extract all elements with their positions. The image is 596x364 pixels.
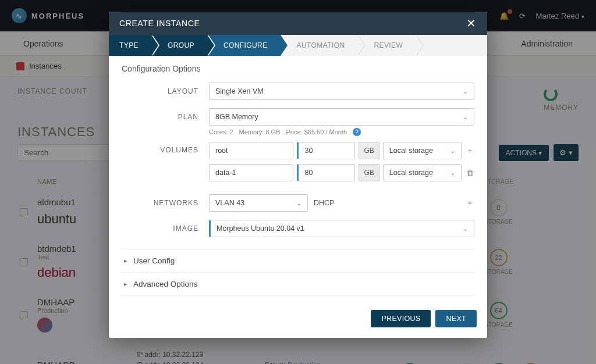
network-mode: DHCP [314, 199, 334, 207]
help-icon[interactable]: ? [353, 128, 361, 136]
volumes-label: VOLUMES [122, 142, 209, 154]
volume-unit: GB [359, 164, 379, 181]
plan-select[interactable]: 8GB Memory ⌄ [209, 108, 474, 126]
step-type[interactable]: TYPE [109, 35, 151, 56]
image-label: IMAGE [122, 224, 209, 233]
volume-name-input[interactable] [209, 142, 293, 159]
delete-volume-icon[interactable]: 🗑 [465, 169, 474, 177]
add-network-icon[interactable]: ＋ [465, 198, 474, 208]
chevron-down-icon: ⌄ [463, 225, 468, 233]
network-select[interactable]: VLAN 43 ⌄ [209, 194, 308, 212]
volume-name-input[interactable] [209, 164, 293, 181]
volume-size-input[interactable] [297, 164, 355, 181]
modal-title: CREATE INSTANCE [119, 19, 200, 28]
chevron-down-icon: ⌄ [450, 147, 455, 155]
volume-unit: GB [359, 142, 379, 159]
section-title: Configuration Options [122, 64, 474, 73]
layout-select[interactable]: Single Xen VM ⌄ [209, 83, 474, 100]
volume-store-select[interactable]: Local storage ⌄ [383, 142, 462, 159]
step-review[interactable]: REVIEW [357, 35, 416, 56]
step-group[interactable]: GROUP [151, 35, 207, 56]
image-select[interactable]: Morpheus Ubuntu 20.04 v1 ⌄ [209, 220, 474, 237]
plan-help: Cores: 2 Memory: 8 GB Price: $65.50 / Mo… [209, 128, 474, 136]
modal-overlay: CREATE INSTANCE ✕ TYPE GROUP CONFIGURE A… [0, 0, 596, 364]
step-configure[interactable]: CONFIGURE [207, 35, 281, 56]
create-instance-modal: CREATE INSTANCE ✕ TYPE GROUP CONFIGURE A… [109, 12, 487, 338]
volume-store-select[interactable]: Local storage ⌄ [383, 164, 462, 181]
networks-label: NETWORKS [122, 199, 209, 207]
volume-row: GB Local storage ⌄ 🗑 [209, 164, 474, 181]
chevron-down-icon: ⌄ [450, 169, 455, 177]
close-icon[interactable]: ✕ [466, 17, 477, 29]
next-button[interactable]: NEXT [435, 310, 477, 327]
caret-right-icon: ▸ [124, 257, 127, 265]
chevron-down-icon: ⌄ [296, 199, 301, 207]
user-config-accordion[interactable]: ▸ User Config [122, 249, 474, 272]
volume-row: GB Local storage ⌄ ＋ [209, 142, 474, 159]
volume-size-input[interactable] [297, 142, 355, 159]
caret-right-icon: ▸ [124, 280, 127, 288]
chevron-down-icon: ⌄ [463, 113, 468, 121]
advanced-options-accordion[interactable]: ▸ Advanced Options [122, 272, 474, 296]
step-automation[interactable]: AUTOMATION [281, 35, 358, 56]
chevron-down-icon: ⌄ [463, 88, 468, 95]
wizard-steps: TYPE GROUP CONFIGURE AUTOMATION REVIEW [109, 35, 487, 56]
plan-label: PLAN [122, 113, 209, 121]
previous-button[interactable]: PREVIOUS [371, 310, 431, 327]
add-volume-icon[interactable]: ＋ [465, 145, 474, 156]
layout-label: LAYOUT [122, 87, 209, 95]
